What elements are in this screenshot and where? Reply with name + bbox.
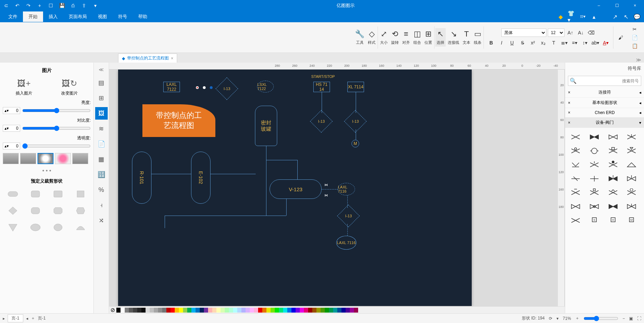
node-r101[interactable]: R-101 bbox=[132, 152, 151, 204]
crop-shape[interactable] bbox=[48, 204, 68, 218]
valve-symbol[interactable] bbox=[587, 145, 602, 157]
underline-icon[interactable]: U bbox=[507, 39, 517, 47]
page-tab[interactable]: 页-1 bbox=[8, 314, 23, 322]
valve-symbol[interactable] bbox=[568, 145, 583, 157]
color-swatch[interactable] bbox=[196, 308, 200, 313]
preset-thumb[interactable] bbox=[55, 153, 71, 164]
valve-symbol[interactable] bbox=[605, 145, 621, 157]
panel-shuffle-icon[interactable]: ⤨ bbox=[95, 214, 108, 227]
preset-thumb[interactable] bbox=[20, 153, 36, 164]
cat-equipment[interactable]: ×设备-阀门▾ bbox=[565, 118, 644, 128]
grid-icon[interactable]: ⌗▾ bbox=[579, 13, 587, 21]
subscript-icon[interactable]: x₂ bbox=[539, 39, 548, 47]
qa-export-icon[interactable]: ⇪ bbox=[79, 1, 89, 10]
connector-button[interactable]: ↘连接线 bbox=[446, 28, 461, 47]
color-swatch[interactable] bbox=[241, 308, 246, 313]
cat-chen[interactable]: ×Chen ERD◂ bbox=[565, 108, 644, 118]
color-swatch[interactable] bbox=[275, 308, 279, 313]
color-swatch[interactable] bbox=[329, 308, 333, 313]
panel-pct-icon[interactable]: % bbox=[95, 184, 108, 196]
font-shrink-icon[interactable]: A↓ bbox=[576, 29, 585, 37]
size-button[interactable]: ⤢大小 bbox=[379, 28, 389, 47]
valve-symbol[interactable]: H bbox=[605, 214, 621, 227]
color-swatch[interactable] bbox=[258, 308, 262, 313]
paste-icon[interactable]: 📋 bbox=[630, 42, 639, 50]
diamond-icon[interactable]: ◆ bbox=[556, 13, 565, 21]
crop-shape[interactable] bbox=[3, 187, 23, 201]
color-swatch[interactable] bbox=[212, 308, 216, 313]
valve-symbol[interactable] bbox=[568, 200, 583, 213]
color-swatch[interactable] bbox=[208, 308, 212, 313]
node-sealed-tank[interactable]: 密封 玻罐 bbox=[255, 106, 277, 146]
bullet-red[interactable] bbox=[196, 86, 199, 89]
cat-basic[interactable]: ×基本绘图形状◂ bbox=[565, 98, 644, 108]
panel-data-icon[interactable]: ▦ bbox=[95, 153, 108, 165]
font-size-select[interactable]: 12 bbox=[548, 29, 564, 37]
color-swatch[interactable] bbox=[316, 308, 321, 313]
valve-symbol[interactable] bbox=[624, 131, 639, 143]
valve-symbol[interactable] bbox=[624, 145, 639, 157]
menu-layout[interactable]: 页面布局 bbox=[63, 11, 92, 22]
valve-symbol[interactable] bbox=[605, 172, 621, 185]
node-i13-b[interactable]: I-13 bbox=[310, 110, 332, 132]
valve-symbol[interactable] bbox=[624, 172, 639, 185]
color-swatch[interactable] bbox=[158, 308, 162, 313]
color-swatch[interactable] bbox=[225, 308, 229, 313]
node-motor[interactable]: M bbox=[352, 140, 359, 147]
diagram-title[interactable]: 带控制点的工 艺流程图 bbox=[142, 104, 215, 137]
color-swatch[interactable] bbox=[221, 308, 225, 313]
qa-print-icon[interactable]: ⎙ bbox=[68, 1, 78, 10]
node-laxl-7116-a[interactable]: LAXL 7116 bbox=[338, 183, 355, 195]
crop-shape[interactable] bbox=[3, 204, 23, 218]
valve-symbol[interactable] bbox=[587, 131, 602, 143]
panel-apps-icon[interactable]: ⊞ bbox=[95, 92, 108, 104]
menu-insert[interactable]: 插入 bbox=[43, 11, 63, 22]
valve-symbol[interactable] bbox=[568, 131, 583, 143]
collapse-icon[interactable]: ≪ bbox=[95, 65, 108, 74]
line-button[interactable]: ▭线条 bbox=[472, 28, 483, 47]
symbol-search-input[interactable] bbox=[578, 77, 641, 85]
rotate-button[interactable]: ⟲旋转 bbox=[390, 28, 400, 47]
contrast-slider[interactable] bbox=[22, 126, 91, 131]
color-swatch[interactable] bbox=[187, 308, 191, 313]
menu-symbol[interactable]: 符号 bbox=[113, 11, 133, 22]
color-swatch[interactable] bbox=[162, 308, 166, 313]
qa-save-icon[interactable]: 💾 bbox=[57, 1, 67, 10]
qa-add-icon[interactable]: + bbox=[35, 1, 44, 10]
color-swatch[interactable] bbox=[183, 308, 187, 313]
valve-symbol[interactable] bbox=[605, 200, 621, 213]
panel-align-icon[interactable]: ⫞ bbox=[95, 199, 108, 211]
color-swatch[interactable] bbox=[129, 308, 133, 313]
color-swatch[interactable] bbox=[312, 308, 316, 313]
valve-symbol[interactable] bbox=[568, 159, 583, 171]
zoom-in-icon[interactable]: ＋ bbox=[575, 315, 579, 321]
color-swatch[interactable] bbox=[291, 308, 296, 313]
format-painter-icon[interactable]: 🖌 bbox=[616, 34, 625, 41]
color-swatch[interactable] bbox=[296, 308, 300, 313]
qa-undo-icon[interactable]: ↶ bbox=[13, 1, 22, 10]
valve-symbol[interactable]: M bbox=[624, 214, 639, 227]
case-icon[interactable]: T bbox=[549, 39, 558, 47]
symbol-search[interactable]: 🔍 bbox=[568, 76, 641, 86]
color-swatch[interactable] bbox=[121, 308, 125, 313]
comment-icon[interactable]: 💬 bbox=[633, 13, 641, 21]
color-swatch[interactable] bbox=[116, 308, 121, 313]
color-swatch[interactable] bbox=[325, 308, 329, 313]
color-swatch[interactable] bbox=[254, 308, 258, 313]
change-image-button[interactable]: 🖼↻改变图片 bbox=[48, 79, 91, 96]
crop-shape[interactable] bbox=[25, 220, 45, 234]
qa-redo-icon[interactable]: ↷ bbox=[24, 1, 33, 10]
cursor-icon[interactable]: ↖ bbox=[622, 13, 630, 21]
menu-file[interactable]: 文件 bbox=[3, 11, 23, 22]
canvas[interactable]: 带控制点的工 艺流程图 LAXL 7122 I-13 LSXL 7122 HS … bbox=[109, 70, 558, 306]
color-swatch[interactable] bbox=[179, 308, 183, 313]
crop-shape[interactable] bbox=[71, 187, 91, 201]
color-swatch[interactable] bbox=[237, 308, 241, 313]
color-swatch[interactable] bbox=[133, 308, 137, 313]
color-swatch[interactable] bbox=[125, 308, 129, 313]
color-swatch[interactable] bbox=[350, 308, 354, 313]
color-swatch[interactable] bbox=[337, 308, 341, 313]
preset-thumb[interactable] bbox=[72, 153, 88, 164]
bullet-white[interactable] bbox=[203, 86, 206, 89]
font-color-icon[interactable]: A▾ bbox=[601, 39, 610, 47]
